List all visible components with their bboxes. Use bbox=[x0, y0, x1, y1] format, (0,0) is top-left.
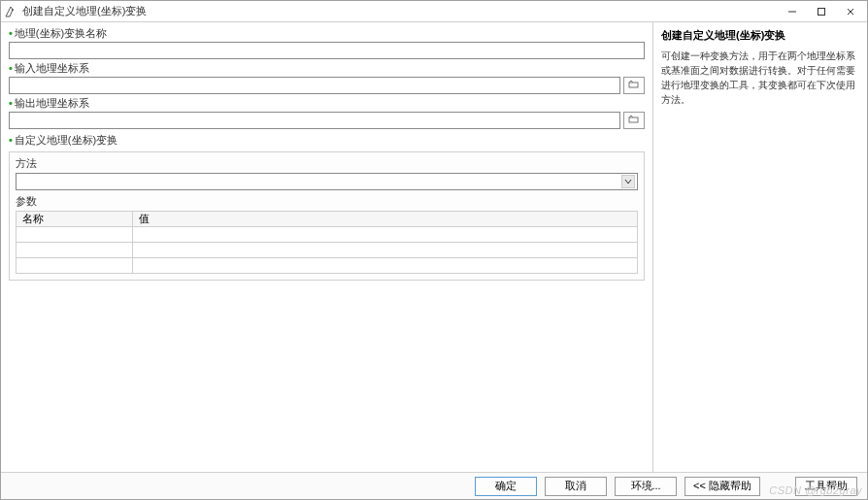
ok-button[interactable]: 确定 bbox=[475, 477, 537, 496]
required-marker-icon: • bbox=[9, 135, 13, 146]
table-row[interactable] bbox=[17, 243, 638, 258]
help-description: 可创建一种变换方法，用于在两个地理坐标系或基准面之间对数据进行转换。对于任何需要… bbox=[661, 49, 859, 107]
output-cs-browse-button[interactable] bbox=[623, 112, 645, 129]
close-button[interactable] bbox=[836, 2, 865, 21]
required-marker-icon: • bbox=[9, 28, 13, 39]
field-label: • 地理(坐标)变换名称 bbox=[9, 26, 645, 41]
svg-rect-5 bbox=[629, 83, 638, 87]
required-marker-icon: • bbox=[9, 63, 13, 74]
dialog-window: 创建自定义地理(坐标)变换 • 地理(坐标)变换名称 bbox=[0, 0, 868, 500]
button-bar: 确定 取消 环境... << 隐藏帮助 工具帮助 bbox=[1, 472, 867, 499]
window-controls bbox=[778, 2, 865, 21]
cell-name[interactable] bbox=[17, 227, 133, 243]
params-table[interactable]: 名称 值 bbox=[16, 211, 638, 274]
svg-rect-6 bbox=[629, 117, 638, 122]
field-output-cs: • 输出地理坐标系 bbox=[9, 96, 645, 129]
label-text: 输出地理坐标系 bbox=[15, 96, 89, 111]
parameters-panel: • 地理(坐标)变换名称 • 输入地理坐标系 bbox=[1, 22, 653, 472]
tool-icon bbox=[3, 4, 18, 19]
svg-point-0 bbox=[12, 9, 14, 11]
method-dropdown[interactable] bbox=[16, 173, 638, 190]
input-cs-browse-button[interactable] bbox=[623, 77, 645, 94]
chevron-down-icon bbox=[621, 175, 635, 188]
cell-name[interactable] bbox=[17, 243, 133, 258]
window-title: 创建自定义地理(坐标)变换 bbox=[22, 4, 778, 18]
table-row[interactable] bbox=[17, 227, 638, 243]
help-title: 创建自定义地理(坐标)变换 bbox=[661, 28, 859, 43]
method-label: 方法 bbox=[16, 156, 638, 171]
custom-transform-section-label: • 自定义地理(坐标)变换 bbox=[9, 133, 645, 148]
cell-value[interactable] bbox=[133, 243, 638, 258]
params-col-name: 名称 bbox=[17, 212, 133, 227]
tool-help-button[interactable]: 工具帮助 bbox=[795, 477, 857, 496]
environments-button[interactable]: 环境... bbox=[615, 477, 677, 496]
hide-help-button[interactable]: << 隐藏帮助 bbox=[684, 477, 760, 496]
params-col-value: 值 bbox=[133, 212, 638, 227]
input-cs-input[interactable] bbox=[9, 77, 620, 94]
field-transform-name: • 地理(坐标)变换名称 bbox=[9, 26, 645, 59]
field-label: • 输出地理坐标系 bbox=[9, 96, 645, 111]
svg-rect-2 bbox=[818, 8, 825, 15]
field-label: • 输入地理坐标系 bbox=[9, 61, 645, 76]
field-input-cs: • 输入地理坐标系 bbox=[9, 61, 645, 94]
custom-transform-block: 方法 参数 名称 值 bbox=[9, 151, 645, 281]
titlebar: 创建自定义地理(坐标)变换 bbox=[1, 1, 867, 22]
maximize-button[interactable] bbox=[807, 2, 836, 21]
label-text: 地理(坐标)变换名称 bbox=[15, 26, 107, 41]
cancel-button[interactable]: 取消 bbox=[545, 477, 607, 496]
params-label: 参数 bbox=[16, 194, 638, 209]
browse-icon bbox=[628, 115, 640, 126]
params-section: 参数 名称 值 bbox=[16, 194, 638, 274]
minimize-button[interactable] bbox=[778, 2, 807, 21]
required-marker-icon: • bbox=[9, 98, 13, 109]
cell-value[interactable] bbox=[133, 227, 638, 243]
cell-value[interactable] bbox=[133, 258, 638, 274]
output-cs-input[interactable] bbox=[9, 112, 620, 129]
content-area: • 地理(坐标)变换名称 • 输入地理坐标系 bbox=[1, 22, 867, 472]
label-text: 自定义地理(坐标)变换 bbox=[15, 133, 117, 148]
help-panel: 创建自定义地理(坐标)变换 可创建一种变换方法，用于在两个地理坐标系或基准面之间… bbox=[653, 22, 867, 472]
transform-name-input[interactable] bbox=[9, 42, 645, 59]
label-text: 输入地理坐标系 bbox=[15, 61, 89, 76]
cell-name[interactable] bbox=[17, 258, 133, 274]
browse-icon bbox=[628, 80, 640, 91]
table-row[interactable] bbox=[17, 258, 638, 274]
